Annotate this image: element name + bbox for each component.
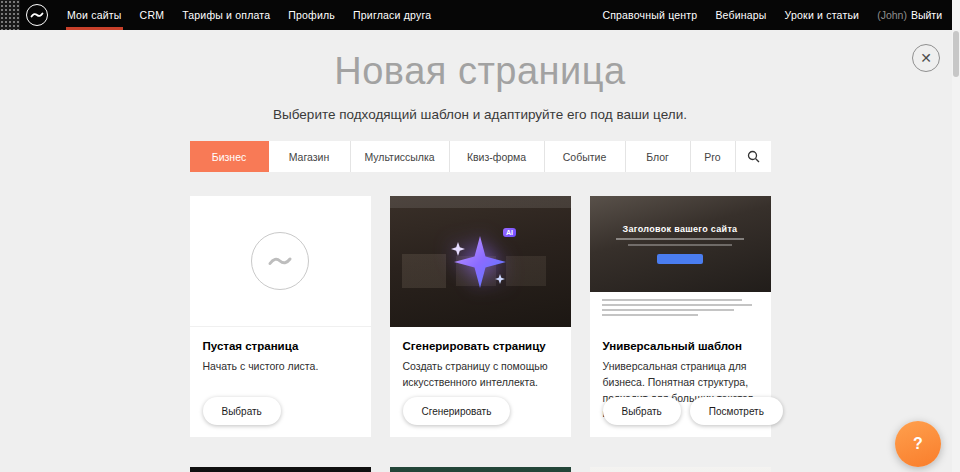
generate-button[interactable]: Сгенерировать xyxy=(403,397,511,425)
partial-preview-dark xyxy=(190,467,371,472)
card-body: Пустая страница Начать с чистого листа. xyxy=(190,327,371,375)
preview-text-line xyxy=(602,299,742,301)
template-card-blank: Пустая страница Начать с чистого листа. … xyxy=(190,196,371,437)
preview-text-line xyxy=(602,314,698,316)
template-cards-row-partial xyxy=(190,467,771,472)
tab-search[interactable] xyxy=(735,141,771,172)
card-description: Начать с чистого листа. xyxy=(203,359,358,375)
ai-star-graphic: AI xyxy=(444,226,516,298)
card-actions: Сгенерировать xyxy=(403,397,511,425)
preview-hero-button xyxy=(657,254,703,264)
secondary-nav: Справочный центр Вебинары Уроки и статьи… xyxy=(593,0,946,30)
tab-shop[interactable]: Магазин xyxy=(269,141,350,172)
close-icon: ✕ xyxy=(920,51,932,65)
select-universal-button[interactable]: Выбрать xyxy=(603,397,681,425)
card-title: Пустая страница xyxy=(203,340,358,352)
corner-pattern xyxy=(0,0,20,30)
page-subtitle: Выберите подходящий шаблон и адаптируйте… xyxy=(0,107,960,122)
close-button[interactable]: ✕ xyxy=(912,44,940,72)
nav-logout[interactable]: (John) Выйти xyxy=(868,0,946,30)
tab-event[interactable]: Событие xyxy=(544,141,625,172)
topbar: Мои сайты CRM Тарифы и оплата Профиль Пр… xyxy=(0,0,960,30)
card-title: Универсальный шаблон xyxy=(603,340,758,352)
scrollbar[interactable] xyxy=(952,0,960,472)
card-description: Создать страницу с помощью искусственног… xyxy=(403,359,558,391)
user-name: (John) xyxy=(877,9,907,21)
tab-pro[interactable]: Pro xyxy=(690,141,735,172)
help-button[interactable]: ? xyxy=(895,421,941,467)
nav-help-center[interactable]: Справочный центр xyxy=(593,0,706,30)
ai-template-preview: AI xyxy=(390,196,571,327)
preview-hero-subline xyxy=(628,244,732,246)
preview-text-block xyxy=(590,292,771,327)
template-category-tabs: Бизнес Магазин Мультиссылка Квиз-форма С… xyxy=(190,141,771,172)
preview-hero-subline xyxy=(616,238,744,240)
scrollbar-thumb[interactable] xyxy=(953,31,959,77)
tilda-mark-circle xyxy=(251,232,309,290)
template-card-ai: AI Сгенерировать страницу Создать страни… xyxy=(390,196,571,437)
template-card-partial[interactable] xyxy=(190,467,371,472)
card-actions: Выбрать xyxy=(203,397,281,425)
blank-template-preview xyxy=(190,196,371,327)
page-title: Новая страница xyxy=(0,50,960,93)
tilda-logo[interactable] xyxy=(26,4,48,26)
nav-my-sites[interactable]: Мои сайты xyxy=(58,0,131,30)
preview-text-line xyxy=(602,304,752,306)
template-card-universal: Заголовок вашего сайта Универсальный шаб… xyxy=(590,196,771,437)
partial-preview-light xyxy=(590,467,771,472)
tilda-logo-icon xyxy=(30,10,44,20)
card-body: Сгенерировать страницу Создать страницу … xyxy=(390,327,571,391)
tab-blog[interactable]: Блог xyxy=(625,141,690,172)
nav-invite-friend[interactable]: Пригласи друга xyxy=(344,0,440,30)
nav-profile[interactable]: Профиль xyxy=(279,0,344,30)
tab-quiz-form[interactable]: Квиз-форма xyxy=(449,141,544,172)
new-page-dialog: ✕ Новая страница Выберите подходящий шаб… xyxy=(0,30,960,472)
universal-template-preview: Заголовок вашего сайта xyxy=(590,196,771,327)
template-card-partial[interactable] xyxy=(390,467,571,472)
select-blank-button[interactable]: Выбрать xyxy=(203,397,281,425)
preview-hero: Заголовок вашего сайта xyxy=(590,196,771,292)
card-title: Сгенерировать страницу xyxy=(403,340,558,352)
nav-lessons-articles[interactable]: Уроки и статьи xyxy=(776,0,869,30)
app-screen: Мои сайты CRM Тарифы и оплата Профиль Пр… xyxy=(0,0,960,472)
template-card-partial[interactable] xyxy=(590,467,771,472)
nav-crm[interactable]: CRM xyxy=(131,0,174,30)
partial-preview-green xyxy=(390,467,571,472)
logout-label: Выйти xyxy=(911,9,942,21)
primary-nav: Мои сайты CRM Тарифы и оплата Профиль Пр… xyxy=(58,0,440,30)
preview-hero-title: Заголовок вашего сайта xyxy=(623,224,738,234)
nav-webinars[interactable]: Вебинары xyxy=(706,0,775,30)
ai-badge: AI xyxy=(503,228,516,237)
tilda-mark-icon xyxy=(267,253,293,269)
search-icon xyxy=(747,150,760,163)
card-actions: Выбрать Посмотреть xyxy=(603,397,783,425)
nav-plans-payment[interactable]: Тарифы и оплата xyxy=(173,0,279,30)
tab-business[interactable]: Бизнес xyxy=(190,141,269,172)
preview-text-line xyxy=(602,309,734,311)
preview-universal-button[interactable]: Посмотреть xyxy=(690,397,783,425)
tab-multilink[interactable]: Мультиссылка xyxy=(350,141,449,172)
template-cards-row: Пустая страница Начать с чистого листа. … xyxy=(190,196,771,437)
